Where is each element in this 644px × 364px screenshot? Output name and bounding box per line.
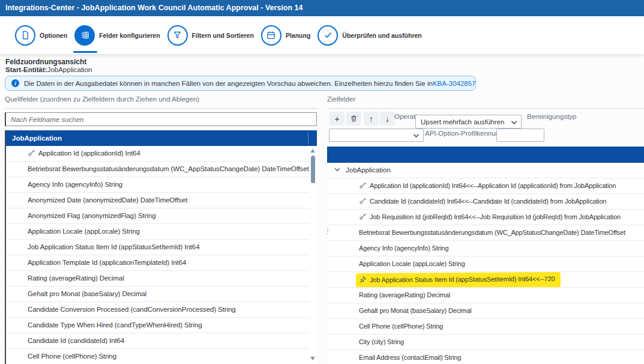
calendar-icon (261, 25, 281, 46)
api-option-profile-input[interactable] (496, 129, 544, 142)
cleanup-type-select[interactable] (329, 129, 424, 142)
field-label: Agency Info (agencyInfo) String (28, 181, 122, 188)
key-icon (359, 180, 367, 194)
step-felder-konfigurieren[interactable]: Felder konfigurieren (74, 16, 160, 54)
add-button[interactable]: + (330, 112, 345, 126)
target-field-row[interactable]: Application Id (applicationId) Int64<<--… (327, 178, 644, 194)
source-field-row[interactable]: Candidate Conversion Processed (candConv… (6, 302, 317, 318)
step-berpr-fen-und-ausf-hren[interactable]: Überprüfen und ausführen (317, 16, 421, 54)
key-icon (359, 211, 367, 225)
field-label: Candidate Conversion Processed (candConv… (28, 306, 236, 313)
field-label: Job Application Status Item Id (appStatu… (28, 243, 199, 250)
field-label: Rating (averageRating) Decimal (359, 291, 450, 299)
view-header: Feldzuordnungsansicht Start-Entität:JobA… (5, 58, 92, 74)
group-label: JobApplication (346, 166, 391, 174)
field-label: Job Application Status Item Id (appStatu… (370, 275, 555, 284)
field-label: Application Template Id (applicationTemp… (28, 259, 186, 266)
field-label: Email Address (contactEmail) String (359, 354, 461, 361)
target-fields-panel: Zielfelder +↑↓ Operation Upsert mehrfach… (327, 95, 644, 364)
field-label: Application Locale (appLocale) String (359, 260, 465, 267)
scrollbar-thumb[interactable] (311, 156, 315, 183)
delete-button[interactable] (346, 112, 361, 126)
funnel-icon (167, 25, 188, 46)
integration-center-window: Integrations-Center - JobApplication Wor… (0, 0, 644, 364)
field-label: Anonymized Flag (anonymizedFlag) String (28, 212, 155, 219)
target-rows: JobApplicationApplication Id (applicatio… (327, 163, 644, 364)
field-label: Job Requisition Id (jobReqId) Int64<<--J… (370, 213, 621, 220)
field-mapping-content: Feldzuordnungsansicht Start-Entität:JobA… (0, 54, 644, 364)
source-field-row[interactable]: Betriebsrat Bewerbungsstatusänderungsdat… (6, 162, 317, 177)
target-field-list: JobApplicationApplication Id (applicatio… (327, 147, 644, 364)
key-icon (28, 147, 35, 162)
source-field-row[interactable]: Agency Info (agencyInfo) String (6, 177, 317, 193)
source-field-row[interactable]: Candidate Type When Hired (candTypeWhenH… (6, 318, 317, 333)
chevron-down-icon (334, 168, 340, 172)
source-field-row[interactable]: Application Template Id (applicationTemp… (6, 255, 317, 271)
operation-select-value: Upsert mehrfach ausführen (421, 118, 504, 126)
scroll-up-arrow-icon[interactable] (310, 149, 315, 153)
source-field-row[interactable]: Anonymized Date (anonymizedDate) DateTim… (6, 193, 317, 208)
step-planung[interactable]: Planung (261, 16, 310, 54)
field-label: Betriebsrat Bewerbungsstatusänderungsdat… (359, 229, 625, 236)
step-label: Planung (286, 32, 310, 39)
chevron-down-icon (511, 120, 517, 125)
start-entity-value: JobApplication (47, 66, 92, 73)
target-field-row[interactable]: Email Address (contactEmail) String (327, 350, 644, 364)
field-label: Betriebsrat Bewerbungsstatusänderungsdat… (28, 165, 309, 172)
divider (327, 108, 644, 109)
field-label: Gehalt pro Monat (baseSalary) Decimal (359, 307, 472, 314)
step-filtern-und-sortieren[interactable]: Filtern und Sortieren (167, 16, 254, 54)
target-field-row[interactable]: Job Requisition Id (jobReqId) Int64<<--J… (327, 210, 644, 225)
source-field-row[interactable]: Anonymized Flag (anonymizedFlag) String (6, 208, 317, 224)
source-field-row[interactable]: Gehalt pro Monat (baseSalary) Decimal (6, 287, 317, 302)
target-field-row[interactable]: Application Locale (appLocale) String (327, 256, 644, 272)
field-label: Cell Phone (cellPhone) String (359, 323, 443, 330)
check-icon (317, 25, 338, 46)
wizard-steps: OptionenFelder konfigurierenFiltern und … (0, 16, 644, 54)
panel-splitter-grip[interactable] (327, 228, 328, 234)
step-label: Optionen (40, 32, 67, 39)
target-field-row[interactable]: Agency Info (agencyInfo) String (327, 241, 644, 256)
source-rows: Application Id (applicationId) Int64Betr… (6, 146, 317, 364)
start-entity: Start-Entität:JobApplication (5, 66, 92, 74)
target-list-header (327, 147, 644, 163)
target-field-row[interactable]: Candidate Id (candidateId) Int64<<--Cand… (327, 194, 644, 210)
target-field-row[interactable]: City (city) String (327, 335, 644, 350)
target-field-row[interactable]: Gehalt pro Monat (baseSalary) Decimal (327, 303, 644, 319)
target-field-row[interactable]: Rating (averageRating) Decimal (327, 288, 644, 303)
highlighted-mapping: Job Application Status Item Id (appStatu… (356, 272, 561, 288)
window-title: Integrations-Center - JobApplication Wor… (0, 0, 644, 16)
document-icon (15, 25, 35, 46)
info-banner: i Die Daten in der Ausgabedatei können i… (5, 76, 476, 91)
field-label: Candidate Id (candidateId) Int64 (28, 337, 124, 344)
target-field-row[interactable]: Cell Phone (cellPhone) String (327, 319, 644, 335)
move-up-button[interactable]: ↑ (364, 112, 379, 126)
source-field-row[interactable]: Application Locale (appLocale) String (6, 224, 317, 240)
kba-link[interactable]: KBA-3042857 (433, 80, 476, 87)
source-field-row[interactable]: Candidate Id (candidateId) Int64 (6, 333, 317, 349)
source-group-header: JobApplication (6, 130, 317, 146)
source-field-row[interactable]: Application Id (applicationId) Int64 (6, 146, 317, 162)
scroll-down-arrow-icon[interactable] (310, 357, 315, 360)
source-field-row[interactable]: Cell Phone (cellPhone) String (6, 349, 317, 364)
target-field-row[interactable]: Job Application Status Item Id (appStatu… (327, 272, 644, 288)
field-label: Application Id (applicationId) Int64<<--… (370, 182, 616, 189)
start-entity-label: Start-Entität: (5, 66, 47, 73)
source-fields-panel: Quellfelder (zuordnen zu Zielfeldern dur… (5, 95, 317, 364)
field-label: Candidate Type When Hired (candTypeWhenH… (28, 321, 202, 329)
step-label: Filtern und Sortieren (192, 32, 254, 39)
step-optionen[interactable]: Optionen (15, 16, 67, 54)
search-input[interactable] (5, 112, 317, 126)
field-label: Candidate Id (candidateId) Int64<<--Cand… (370, 198, 606, 205)
move-down-button[interactable]: ↓ (380, 112, 395, 126)
source-field-row[interactable]: Rating (averageRating) Decimal (6, 271, 317, 287)
source-field-row[interactable]: Job Application Status Item Id (appStatu… (6, 240, 317, 255)
target-field-row[interactable]: Betriebsrat Bewerbungsstatusänderungsdat… (327, 225, 644, 241)
operation-select[interactable]: Upsert mehrfach ausführen (415, 115, 522, 129)
target-group-row[interactable]: JobApplication (327, 163, 644, 178)
scrollbar (309, 146, 317, 364)
field-label: Application Locale (appLocale) String (28, 228, 140, 235)
table-icon (74, 25, 95, 46)
info-banner-text: Die Daten in der Ausgabedatei können in … (24, 80, 433, 87)
field-label: Cell Phone (cellPhone) String (28, 353, 116, 360)
